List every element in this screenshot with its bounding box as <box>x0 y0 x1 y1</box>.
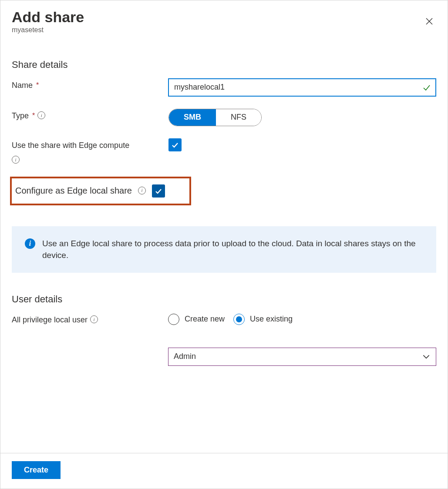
radio-use-existing[interactable]: Use existing <box>233 314 293 325</box>
title-block: Add share myasetest <box>12 8 84 34</box>
type-segmented: SMB NFS <box>168 109 262 126</box>
share-details-heading: Share details <box>12 59 436 70</box>
check-icon <box>154 187 163 195</box>
edge-compute-control <box>168 138 436 151</box>
required-marker: * <box>36 81 39 89</box>
name-control <box>168 78 436 97</box>
radio-create-new-label: Create new <box>185 315 225 324</box>
panel-footer: Create <box>0 453 448 489</box>
type-label: Type <box>12 111 29 121</box>
local-user-label: All privilege local user <box>12 315 88 325</box>
edge-local-label: Configure as Edge local share <box>15 186 132 196</box>
local-user-select-wrap: Admin <box>168 348 436 366</box>
close-button[interactable] <box>421 13 438 30</box>
user-details-heading: User details <box>12 294 436 305</box>
edge-local-checkbox[interactable] <box>152 184 165 198</box>
edge-compute-label: Use the share with Edge compute <box>12 141 129 150</box>
row-type: Type * i SMB NFS <box>12 109 436 126</box>
check-icon <box>171 141 179 149</box>
valid-check-icon <box>422 83 431 92</box>
type-label-col: Type * i <box>12 109 168 121</box>
row-name: Name * <box>12 78 436 97</box>
type-option-smb[interactable]: SMB <box>169 109 216 126</box>
info-banner: i Use an Edge local share to process dat… <box>12 226 436 273</box>
local-user-label-col: All privilege local user i <box>12 313 168 325</box>
required-marker: * <box>32 112 35 120</box>
row-local-user: All privilege local user i Create new Us… <box>12 313 436 366</box>
radio-circle-icon <box>233 314 245 325</box>
row-edge-local-highlight: Configure as Edge local share i <box>10 177 191 205</box>
type-option-nfs[interactable]: NFS <box>216 109 261 126</box>
local-user-control: Create new Use existing Admin <box>168 313 436 366</box>
type-control: SMB NFS <box>168 109 436 126</box>
row-edge-local: Configure as Edge local share i <box>15 184 186 198</box>
page-title: Add share <box>12 8 84 26</box>
info-banner-icon: i <box>25 238 35 249</box>
info-icon[interactable]: i <box>90 315 98 323</box>
row-edge-compute: Use the share with Edge compute i <box>12 138 436 164</box>
name-input[interactable] <box>168 78 436 97</box>
info-icon[interactable]: i <box>37 111 45 119</box>
radio-circle-icon <box>168 314 179 325</box>
name-label: Name <box>12 81 33 90</box>
edge-compute-checkbox[interactable] <box>168 138 182 151</box>
chevron-down-icon <box>421 352 431 362</box>
panel-body: Add share myasetest Share details Name *… <box>0 0 448 453</box>
radio-create-new[interactable]: Create new <box>168 314 225 325</box>
name-label-col: Name * <box>12 78 168 90</box>
local-user-select-value: Admin <box>174 352 196 361</box>
info-icon[interactable]: i <box>138 187 146 194</box>
local-user-radio-group: Create new Use existing <box>168 313 436 325</box>
edge-compute-label-col: Use the share with Edge compute i <box>12 138 168 164</box>
radio-use-existing-label: Use existing <box>250 315 293 324</box>
close-icon <box>425 17 434 26</box>
local-user-select[interactable]: Admin <box>168 348 436 366</box>
panel-header: Add share myasetest <box>12 8 436 34</box>
add-share-panel: Add share myasetest Share details Name *… <box>0 0 448 489</box>
page-subtitle: myasetest <box>12 26 84 34</box>
info-banner-text: Use an Edge local share to process data … <box>42 238 423 261</box>
info-icon[interactable]: i <box>12 156 20 164</box>
create-button[interactable]: Create <box>12 461 61 479</box>
